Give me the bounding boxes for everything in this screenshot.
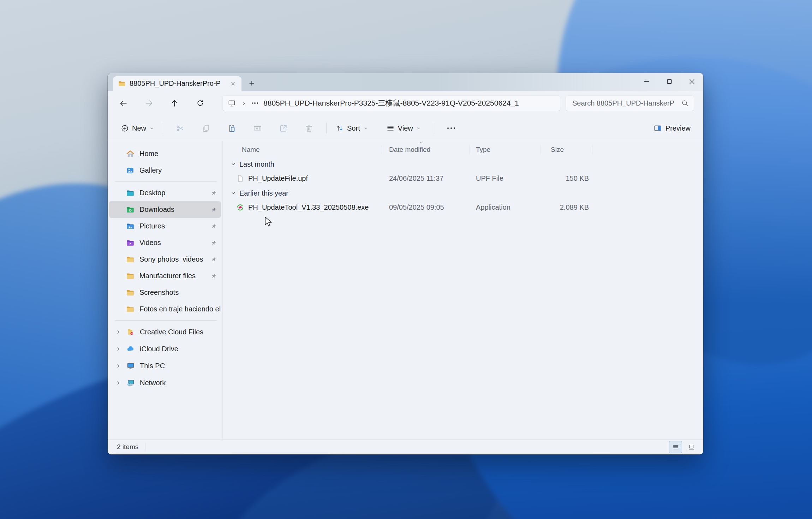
icloud-icon: [126, 345, 135, 353]
sidebar-item-videos[interactable]: Videos: [109, 234, 221, 251]
group-label: Earlier this year: [239, 189, 288, 197]
column-header-date-modified[interactable]: Date modified: [382, 145, 470, 154]
folder-icon: [126, 305, 135, 314]
chevron-down-icon: [416, 126, 421, 131]
delete-button[interactable]: [301, 120, 317, 136]
view-button[interactable]: View: [382, 120, 425, 136]
sidebar-item-sony-photos-videos[interactable]: Sony photos_videos: [109, 251, 221, 268]
breadcrumb-chevron-icon[interactable]: [241, 101, 246, 106]
column-header-type[interactable]: Type: [470, 145, 541, 154]
exe-updater-icon: [236, 203, 244, 211]
sidebar-item-downloads[interactable]: Downloads: [109, 201, 221, 218]
sidebar-item-home[interactable]: Home: [109, 145, 221, 162]
group-header-earlier-this-year[interactable]: Earlier this year: [228, 186, 703, 200]
details-view-toggle[interactable]: [669, 441, 682, 453]
paste-button[interactable]: [223, 120, 240, 136]
new-tab-button[interactable]: [245, 77, 258, 90]
sidebar-item-pictures[interactable]: Pictures: [109, 218, 221, 234]
view-toggles: [669, 441, 698, 453]
share-button[interactable]: [275, 120, 292, 136]
file-explorer-window: 8805PH_UPD-HanskerPro-P: [108, 73, 703, 454]
preview-button[interactable]: Preview: [649, 120, 695, 136]
sidebar-item-gallery[interactable]: Gallery: [109, 162, 221, 179]
mouse-cursor: [263, 216, 274, 229]
file-date-modified: 09/05/2025 09:05: [382, 203, 470, 211]
forward-button[interactable]: [141, 95, 157, 111]
column-header-size[interactable]: Size: [541, 145, 592, 154]
up-button[interactable]: [167, 95, 183, 111]
address-path-text[interactable]: 8805PH_UPD-HanskerPro-P3325-三模鼠-8805-V22…: [263, 98, 519, 108]
close-button[interactable]: [681, 73, 703, 90]
chevron-right-icon[interactable]: [115, 380, 121, 386]
tab-title: 8805PH_UPD-HanskerPro-P: [130, 79, 224, 88]
copy-button[interactable]: [198, 120, 214, 136]
sidebar-item-network[interactable]: Network: [109, 374, 221, 391]
cut-button[interactable]: [172, 120, 189, 136]
pin-icon: [211, 256, 217, 262]
folder-downloads-icon: [126, 205, 135, 214]
minimize-button[interactable]: [635, 73, 658, 90]
folder-desktop-icon: [126, 189, 135, 197]
file-row-ph-updatefile[interactable]: PH_UpdateFile.upf 24/06/2025 11:37 UPF F…: [228, 171, 703, 186]
chevron-down-icon[interactable]: [231, 190, 236, 196]
maximize-button[interactable]: [658, 73, 681, 90]
sidebar-item-label: Fotos en traje haciendo el idi: [139, 305, 221, 313]
title-bar: 8805PH_UPD-HanskerPro-P: [108, 73, 703, 91]
search-icon[interactable]: [681, 99, 689, 107]
rename-button[interactable]: [249, 120, 266, 136]
folder-icon: [118, 80, 126, 88]
breadcrumb-overflow-icon[interactable]: [252, 102, 258, 103]
refresh-button[interactable]: [192, 95, 208, 111]
back-button[interactable]: [115, 95, 131, 111]
chevron-right-icon[interactable]: [115, 329, 121, 335]
sidebar-item-manufacturer-files[interactable]: Manufacturer files: [109, 268, 221, 284]
file-size: 150 KB: [541, 174, 592, 183]
sidebar-item-label: Screenshots: [139, 288, 221, 297]
sidebar-item-icloud-drive[interactable]: iCloud Drive: [109, 340, 221, 357]
chevron-right-icon[interactable]: [115, 363, 121, 369]
sidebar-item-label: iCloud Drive: [140, 345, 221, 353]
sidebar-item-creative-cloud-files[interactable]: Creative Cloud Files: [109, 323, 221, 340]
large-thumbnails-view-toggle[interactable]: [685, 441, 698, 453]
column-header-name[interactable]: Name: [228, 145, 382, 154]
chevron-down-icon: [363, 126, 368, 131]
search-box[interactable]: [566, 95, 694, 111]
file-name: PH_UpdateTool_V1.33_20250508.exe: [248, 203, 369, 211]
file-type: Application: [470, 203, 541, 211]
toolbar-separator: [163, 123, 163, 133]
address-bar[interactable]: 8805PH_UPD-HanskerPro-P3325-三模鼠-8805-V22…: [222, 95, 560, 111]
status-bar: 2 items: [108, 439, 703, 454]
tab-close-button[interactable]: [228, 79, 238, 89]
more-options-button[interactable]: [443, 120, 460, 136]
sidebar-item-label: Network: [140, 379, 221, 387]
status-divider: [145, 443, 146, 451]
pin-icon: [211, 273, 217, 279]
explorer-tab[interactable]: 8805PH_UPD-HanskerPro-P: [113, 76, 241, 91]
chevron-down-icon: [149, 126, 154, 131]
file-row-ph-updatetool[interactable]: PH_UpdateTool_V1.33_20250508.exe 09/05/2…: [228, 200, 703, 215]
sidebar-item-label: This PC: [140, 362, 221, 370]
command-toolbar: New Sort: [108, 115, 703, 141]
search-input[interactable]: [572, 99, 681, 108]
plus-circle-icon: [121, 124, 129, 132]
chevron-down-icon[interactable]: [231, 161, 236, 167]
group-header-last-month[interactable]: Last month: [228, 157, 703, 171]
home-icon: [126, 150, 135, 158]
column-headers: Name Date modified Type Size: [228, 143, 703, 157]
this-pc-monitor-icon[interactable]: [228, 99, 236, 107]
sidebar-item-screenshots[interactable]: Screenshots: [109, 284, 221, 301]
sidebar-item-desktop[interactable]: Desktop: [109, 185, 221, 201]
sort-button-label: Sort: [347, 124, 360, 132]
folder-videos-icon: [126, 239, 135, 247]
pin-icon: [211, 240, 217, 246]
explorer-content: Home Gallery Desktop: [108, 141, 703, 439]
sort-button[interactable]: Sort: [331, 120, 372, 136]
folder-pictures-icon: [126, 222, 135, 231]
upf-file-icon: [236, 174, 244, 183]
sidebar-item-this-pc[interactable]: This PC: [109, 357, 221, 374]
chevron-right-icon[interactable]: [115, 346, 121, 352]
sidebar-item-fotos-en-traje[interactable]: Fotos en traje haciendo el idi: [109, 301, 221, 317]
new-button[interactable]: New: [116, 120, 159, 136]
this-pc-icon: [126, 362, 135, 370]
sidebar-item-label: Creative Cloud Files: [140, 328, 221, 336]
